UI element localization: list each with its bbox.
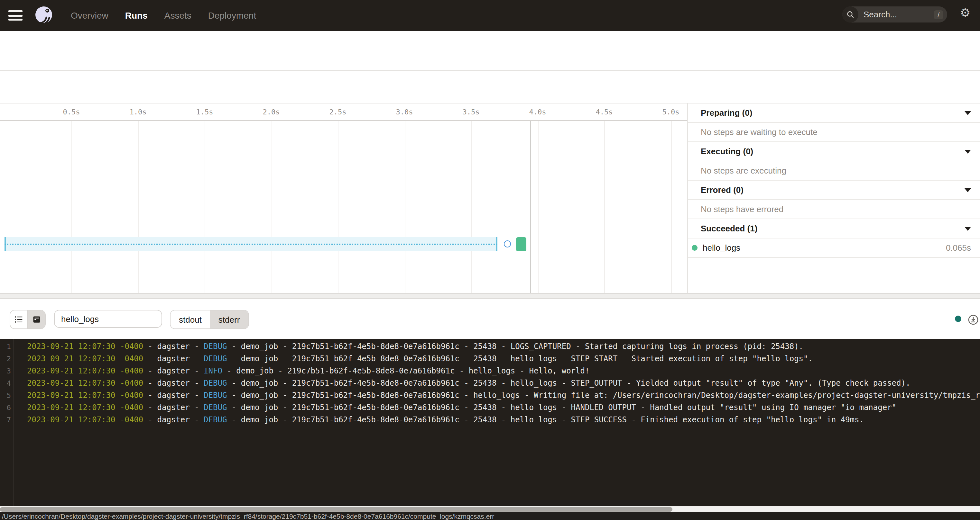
panel-section-title: Preparing (0) — [701, 108, 752, 117]
main-nav-items: OverviewRunsAssetsDeployment — [71, 10, 256, 21]
settings-gear-icon[interactable]: ⚙ — [960, 7, 970, 19]
console-icon — [32, 315, 41, 324]
axis-gridline — [671, 121, 671, 293]
log-line: 52023-09-21 12:07:30 -0400 - dagster - D… — [0, 390, 980, 402]
axis-gridline — [538, 121, 538, 293]
gantt-toolbar: Hide not started steps Re-execute all (*… — [0, 71, 980, 103]
dagster-logo-icon[interactable] — [33, 5, 54, 26]
tab-stdout[interactable]: stdout — [170, 311, 210, 328]
panel-section-title: Succeeded (1) — [701, 224, 757, 233]
log-line: 32023-09-21 12:07:30 -0400 - dagster - I… — [0, 365, 980, 377]
axis-gridline — [205, 121, 205, 293]
line-number: 2 — [0, 353, 11, 365]
panel-splitter-handle[interactable] — [0, 293, 980, 299]
nav-item-runs[interactable]: Runs — [125, 10, 148, 21]
panel-section-header[interactable]: Preparing (0) — [688, 103, 980, 123]
line-number: 5 — [0, 390, 11, 402]
log-line: 12023-09-21 12:07:30 -0400 - dagster - D… — [0, 341, 980, 353]
panel-section-header[interactable]: Succeeded (1) — [688, 219, 980, 238]
axis-tick-label: 1.5s — [196, 108, 213, 116]
log-file-path-bar: /Users/erincochran/Desktop/dagster-examp… — [0, 512, 980, 520]
line-number: 3 — [0, 365, 11, 377]
hamburger-menu-icon[interactable] — [8, 10, 22, 21]
log-view-mode-switcher — [10, 310, 46, 329]
axis-tick-label: 5.0s — [662, 108, 679, 116]
nav-item-overview[interactable]: Overview — [71, 10, 108, 21]
axis-tick-label: 2.0s — [263, 108, 280, 116]
axis-tick-label: 4.5s — [596, 108, 613, 116]
run-steps-side-panel: Preparing (0)No steps are waiting to exe… — [687, 103, 980, 293]
panel-empty-state: No steps are executing — [688, 161, 980, 181]
panel-section-title: Errored (0) — [701, 185, 743, 195]
download-icon — [968, 314, 979, 325]
step-duration: 0.065s — [946, 243, 971, 253]
axis-gridline — [604, 121, 605, 293]
step-wait-dotted-line — [5, 244, 497, 245]
scrollbar-thumb[interactable] — [0, 507, 673, 511]
axis-tick-label: 3.0s — [396, 108, 413, 116]
axis-tick-label: 4.0s — [529, 108, 546, 116]
panel-section-header[interactable]: Errored (0) — [688, 181, 980, 200]
step-success-dot-icon — [692, 245, 697, 250]
log-line: 22023-09-21 12:07:30 -0400 - dagster - D… — [0, 353, 980, 365]
collapse-triangle-icon — [964, 227, 971, 230]
raw-log-output[interactable]: 12023-09-21 12:07:30 -0400 - dagster - D… — [0, 339, 980, 506]
line-number: 7 — [0, 414, 11, 426]
line-number: 1 — [0, 341, 11, 353]
selected-step-row-highlight — [5, 237, 497, 251]
tab-stderr[interactable]: stderr — [210, 311, 248, 328]
run-header: 219c7b51 Success Run of demo_job @ 4f105… — [0, 31, 980, 71]
run-end-marker-line — [530, 121, 531, 293]
collapse-triangle-icon — [964, 111, 971, 115]
log-step-filter-input[interactable] — [54, 310, 162, 328]
panel-section-title: Executing (0) — [701, 147, 753, 156]
log-toolbar: stdoutstderr — [0, 299, 980, 339]
axis-gridline — [72, 121, 72, 293]
succeeded-step-row[interactable]: hello_logs0.065s — [688, 238, 980, 258]
panel-section-header[interactable]: Executing (0) — [688, 142, 980, 161]
collapse-triangle-icon — [964, 188, 971, 192]
log-horizontal-scrollbar — [0, 506, 980, 512]
list-icon — [14, 315, 23, 324]
axis-gridline — [138, 121, 138, 293]
axis-gridline — [338, 121, 339, 293]
top-nav: OverviewRunsAssetsDeployment Search... /… — [0, 0, 980, 31]
log-line: 42023-09-21 12:07:30 -0400 - dagster - D… — [0, 377, 980, 390]
gantt-time-axis: 0.5s1.0s1.5s2.0s2.5s3.0s3.5s4.0s4.5s5.0s — [0, 103, 687, 121]
hello-logs-step-bar[interactable] — [516, 237, 527, 251]
download-log-button[interactable] — [968, 314, 979, 325]
axis-tick-label: 3.5s — [463, 108, 480, 116]
search-icon — [842, 6, 858, 22]
structured-log-view-button[interactable] — [10, 311, 28, 328]
dagster-run-page: OverviewRunsAssetsDeployment Search... /… — [0, 0, 980, 520]
panel-empty-state: No steps have errored — [688, 200, 980, 219]
step-marker-circle — [504, 240, 511, 247]
search-placeholder: Search... — [864, 10, 934, 19]
raw-log-view-button[interactable] — [28, 311, 45, 328]
global-search[interactable]: Search... / — [842, 6, 947, 22]
log-file-path: /Users/erincochran/Desktop/dagster-examp… — [2, 512, 494, 520]
log-line: 62023-09-21 12:07:30 -0400 - dagster - D… — [0, 402, 980, 414]
collapse-triangle-icon — [964, 149, 971, 153]
axis-gridline — [404, 121, 405, 293]
panel-empty-state: No steps are waiting to execute — [688, 123, 980, 142]
axis-tick-label: 1.0s — [130, 108, 147, 116]
capture-status-dot — [955, 315, 961, 322]
axis-tick-label: 0.5s — [63, 108, 80, 116]
axis-gridline — [471, 121, 472, 293]
axis-gridline — [271, 121, 272, 293]
stdout-stderr-switcher: stdoutstderr — [170, 310, 249, 329]
axis-tick-label: 2.5s — [329, 108, 347, 116]
nav-item-assets[interactable]: Assets — [164, 10, 191, 21]
search-shortcut-badge: / — [934, 10, 943, 19]
log-line: 72023-09-21 12:07:30 -0400 - dagster - D… — [0, 414, 980, 426]
step-name: hello_logs — [703, 243, 740, 253]
nav-item-deployment[interactable]: Deployment — [208, 10, 256, 21]
line-number: 4 — [0, 377, 11, 390]
line-number: 6 — [0, 402, 11, 414]
gantt-chart: 0.5s1.0s1.5s2.0s2.5s3.0s3.5s4.0s4.5s5.0s — [0, 103, 687, 293]
